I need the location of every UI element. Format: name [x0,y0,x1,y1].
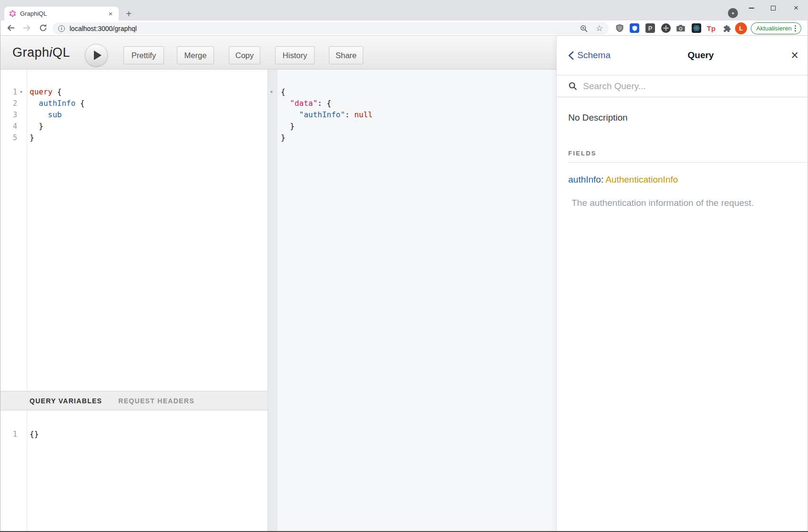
window-minimize-button[interactable] [745,3,758,13]
variables-code[interactable]: {} [30,429,39,440]
back-button[interactable] [6,23,15,32]
url-text: localhost:3000/graphql [70,25,137,32]
variables-editor-gutter: 1 [0,410,27,531]
browser-window: GraphiQL × + ▾ × i localhost:3000/graphq… [0,0,808,532]
fields-divider [568,162,808,163]
history-button[interactable]: History [275,46,315,64]
doc-search-input[interactable] [582,81,763,92]
graphql-favicon-icon [9,10,16,17]
prettify-button[interactable]: Prettify [123,46,164,64]
execute-query-button[interactable] [85,44,108,67]
chevron-left-icon [568,51,574,60]
browser-titlebar: GraphiQL × + ▾ × [0,0,808,20]
doc-back-link[interactable]: Schema [568,50,611,61]
tp-extension-icon[interactable]: Tp [706,22,717,34]
bookmark-star-icon[interactable]: ☆ [596,24,603,32]
bitwarden-extension-icon[interactable] [629,22,640,34]
camera-extension-icon[interactable] [675,22,686,34]
site-info-icon[interactable]: i [58,25,65,32]
p-extension-icon[interactable]: P [644,22,656,34]
react-devtools-extension-icon[interactable] [691,22,702,34]
tab-request-headers[interactable]: REQUEST HEADERS [118,397,194,405]
tab-search-button[interactable]: ▾ [728,8,738,18]
zoom-icon[interactable] [580,24,588,33]
new-tab-button[interactable]: + [123,8,134,20]
doc-explorer-titlebar: Schema Query × [557,36,808,75]
type-description: No Description [568,113,797,123]
play-icon [94,51,102,60]
field-row: authInfo: AuthenticationInfo [568,174,797,185]
merge-button[interactable]: Merge [177,46,214,64]
copy-button[interactable]: Copy [229,46,260,64]
minimize-icon [749,8,754,9]
update-button-label: Aktualisieren [756,25,791,32]
browser-menu-kebab-icon[interactable] [795,25,796,31]
pane-resize-handle[interactable]: ▾ [267,70,277,531]
doc-search-row [557,75,808,97]
window-close-button[interactable]: × [789,3,803,13]
share-button[interactable]: Share [329,46,363,64]
chrome-update-button[interactable]: Aktualisieren [751,22,801,34]
maximize-icon [771,6,776,10]
result-code: { "data": { "authInfo": null }} [281,86,373,143]
doc-explorer-title: Query [611,50,791,61]
profile-avatar[interactable]: L [735,22,747,34]
fold-arrow-icon[interactable]: ▾ [20,86,22,98]
query-editor-gutter: 12345 ▾ [0,70,27,391]
graphiql-logo: GraphiQL [12,36,70,69]
reload-button[interactable] [39,23,48,32]
field-description: The authentication information of the re… [568,198,797,208]
variables-tab-bar: QUERY VARIABLES REQUEST HEADERS [0,391,267,410]
doc-explorer-content: No Description FIELDS authInfo: Authenti… [557,97,808,208]
move-tool-extension-icon[interactable] [660,22,672,34]
tab-title: GraphiQL [20,10,106,17]
extensions-puzzle-icon[interactable] [721,22,733,34]
tab-close-icon[interactable]: × [106,10,115,18]
query-editor[interactable]: 12345 ▾ query { authInfo { sub }} [0,70,267,391]
search-icon [568,82,577,91]
window-left-edge [0,20,0,531]
forward-button[interactable] [22,23,31,32]
address-bar[interactable]: i localhost:3000/graphql ☆ [52,22,609,34]
doc-explorer: Schema Query × No Description FIELDS aut… [557,36,808,531]
tab-query-variables[interactable]: QUERY VARIABLES [30,397,102,405]
doc-back-label: Schema [577,50,611,61]
field-type-link[interactable]: AuthenticationInfo [605,174,678,184]
result-fold-arrow-icon[interactable]: ▾ [270,86,273,98]
graphiql-topbar: GraphiQL Prettify Merge Copy History Sha… [0,36,557,70]
fields-section-header: FIELDS [568,150,797,157]
browser-tab[interactable]: GraphiQL × [4,7,119,20]
variables-editor[interactable]: 1 {} [0,410,267,531]
doc-close-icon[interactable]: × [791,49,798,62]
field-name-link[interactable]: authInfo [568,174,601,184]
ublock-extension-icon[interactable] [614,22,625,34]
result-viewer: { "data": { "authInfo": null }} [277,70,557,531]
window-maximize-button[interactable] [767,3,780,13]
query-code[interactable]: query { authInfo { sub }} [30,86,85,143]
